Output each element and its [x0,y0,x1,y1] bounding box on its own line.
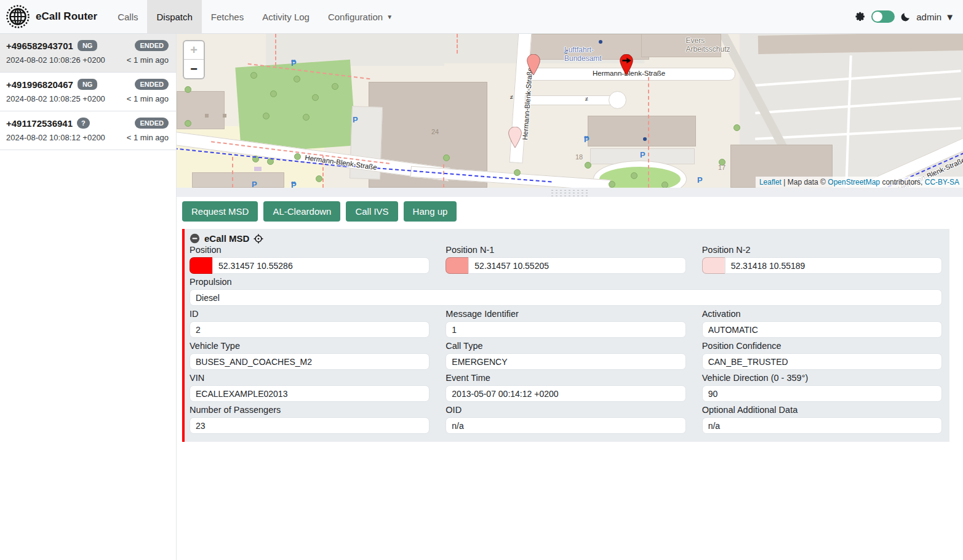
brand[interactable]: eCall Router [6,0,97,33]
al-cleardown-button[interactable]: AL-Cleardown [263,201,340,222]
vin-input[interactable] [190,385,430,402]
vehicle-type-input[interactable] [190,353,430,370]
optional-data-input[interactable] [702,417,942,434]
position-n2-marker-icon[interactable] [508,127,522,148]
moon-icon [900,12,911,22]
building [177,91,225,129]
call-ago: < 1 min ago [127,133,169,142]
map-shape [758,34,963,54]
openstreetmap-link[interactable]: OpenStreetMap [828,178,880,186]
id-input[interactable] [190,321,430,338]
gate-icon: ≠ [510,94,513,100]
tree-icon [631,172,637,179]
field-label: Position N-2 [702,245,942,255]
nav-links: Calls Dispatch Fetches Activity Log Conf… [108,0,402,33]
status-badge: ENDED [135,79,169,90]
tree-icon [609,181,615,188]
tree-icon [733,124,740,131]
path-dashed [232,157,233,188]
gear-icon[interactable] [854,11,866,23]
call-list-item[interactable]: +496582943701 NG ENDED 2024-08-02 10:08:… [0,34,176,73]
position-input[interactable] [212,257,430,274]
parking-icon[interactable]: P [252,180,257,188]
leaflet-map[interactable]: ≠ ≠ Poo P Poo P P P Poo Luftfahrt-Bundes… [177,34,963,188]
zoom-out-button[interactable]: − [184,60,204,78]
position-n2-color-swatch [702,257,725,274]
path-dashed [648,71,649,188]
tree-icon [332,83,338,90]
nav-item-fetches[interactable]: Fetches [202,0,253,33]
path-dashed [443,164,444,188]
field-label: Event Time [446,373,685,383]
toggle-knob [873,12,882,22]
call-number: +496582943701 [6,41,73,51]
tree-icon [294,76,300,82]
road-turning-circle [609,91,626,109]
parking-icon[interactable]: P [353,115,358,124]
parking-icon[interactable]: P [640,150,645,159]
call-type-badge: NG [78,79,98,90]
position-n1-marker-icon[interactable] [526,54,541,75]
call-type-badge: ? [77,118,90,129]
field-label: OID [446,405,685,415]
position-confidence-input[interactable] [702,353,942,370]
tree-icon [514,169,521,176]
tree-icon [303,114,310,121]
propulsion-input[interactable] [190,289,942,306]
request-msd-button[interactable]: Request MSD [182,201,258,222]
tree-icon [250,72,257,79]
message-identifier-input[interactable] [446,321,685,338]
call-number: +491172536941 [6,118,73,129]
nav-item-calls[interactable]: Calls [108,0,147,33]
event-time-input[interactable] [446,385,685,402]
position-n1-input[interactable] [468,257,685,274]
vehicle-direction-input[interactable] [702,385,942,402]
chevron-down-icon: ▼ [945,12,954,22]
call-ivs-button[interactable]: Call IVS [346,201,398,222]
call-list-item[interactable]: +491996820467 NG ENDED 2024-08-02 10:08:… [0,73,176,111]
nav-item-dispatch[interactable]: Dispatch [147,0,201,33]
license-link[interactable]: CC-BY-SA [925,178,959,186]
collapse-icon[interactable] [190,233,200,244]
path-dashed [275,34,276,66]
position-marker-icon[interactable] [619,54,634,75]
tree-icon [270,90,277,97]
poi-label-evers-arbeitsschutz: EversArbeitsschutz [653,37,718,46]
map-zoom-control: + − [183,40,205,79]
tree-icon [294,153,301,160]
nav-item-activity-log[interactable]: Activity Log [253,0,319,33]
tree-icon [185,120,191,127]
field-id: ID [190,309,430,338]
hang-up-button[interactable]: Hang up [404,201,457,222]
nav-item-configuration[interactable]: Configuration ▼ [319,0,402,33]
field-label: VIN [190,373,430,383]
map-attribution: Leaflet | Map data © OpenStreetMap contr… [756,177,963,188]
call-ago: < 1 min ago [127,94,169,103]
building [588,116,696,146]
passengers-input[interactable] [190,417,430,434]
field-vin: VIN [190,373,430,402]
drag-dots-icon [550,189,589,196]
call-number: +491996820467 [6,79,73,90]
zoom-in-button[interactable]: + [184,41,204,60]
tree-icon [585,162,591,169]
oid-input[interactable] [446,417,685,434]
tree-icon [316,175,322,182]
activation-input[interactable] [702,321,942,338]
tree-icon [443,154,450,161]
field-label: ID [190,309,430,319]
field-passengers: Number of Passengers [190,405,430,434]
map-resize-handle[interactable] [177,188,963,197]
field-label: Number of Passengers [190,405,430,415]
nav-item-configuration-label: Configuration [328,12,383,22]
theme-toggle[interactable] [871,10,895,23]
leaflet-link[interactable]: Leaflet [759,178,781,186]
oecon-globe-logo-icon [6,5,30,28]
parking-icon[interactable]: P [697,175,703,185]
position-n2-input[interactable] [725,257,942,274]
crosshair-icon[interactable] [254,234,263,244]
call-list-item[interactable]: +491172536941 ? ENDED 2024-08-02 10:08:1… [0,111,176,150]
user-menu[interactable]: admin ▼ [916,12,954,22]
map-shape [223,114,226,118]
call-type-input[interactable] [446,353,685,370]
